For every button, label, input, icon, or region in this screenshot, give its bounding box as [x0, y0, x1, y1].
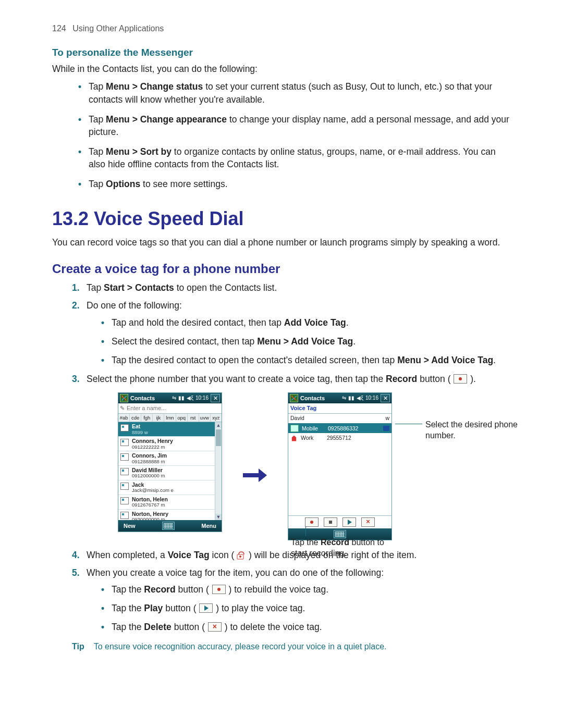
search-placeholder: Enter a name...: [127, 404, 166, 412]
step-5: When you create a voice tag for the item…: [72, 566, 511, 634]
contact-card-icon: [120, 512, 129, 519]
contact-card-icon: [120, 483, 129, 490]
search-input[interactable]: ✎ Enter a name...: [118, 403, 222, 414]
contact-row-selected[interactable]: Eat 8899 w: [118, 422, 222, 437]
callout-select-number: Select the desired phone number.: [425, 419, 519, 441]
contact-card-icon: [120, 453, 129, 461]
contact-card-icon: [120, 424, 129, 431]
softkey-menu[interactable]: Menu: [201, 522, 216, 530]
contact-card-icon: [120, 439, 129, 446]
step-5-bullet: Tap the Record button ( ) to rebuild the…: [101, 583, 511, 596]
create-steps: Tap Start > Contacts to open the Contact…: [52, 281, 511, 633]
close-icon[interactable]: ✕: [211, 394, 220, 402]
contact-row[interactable]: Connors, Jim0912888888 m: [118, 451, 222, 466]
contact-card-icon: [120, 497, 129, 504]
sip-keyboard-icon[interactable]: [162, 522, 175, 530]
contact-row[interactable]: JackJack@misip.com e: [118, 480, 222, 495]
tip-label: Tip: [72, 641, 84, 652]
messenger-bullet: Tap Menu > Sort by to organize contacts …: [78, 145, 511, 170]
contact-row[interactable]: David Miller0912000000 m: [118, 466, 222, 480]
contact-row[interactable]: Norton, Henry0930000000 m: [118, 510, 222, 520]
step-3: Select the phone number that you want to…: [72, 373, 511, 540]
scroll-down-icon[interactable]: ▼: [215, 514, 222, 520]
step-2: Do one of the following: Tap and hold th…: [72, 299, 511, 366]
screenshots-row: Contacts ⇋ ▮▮ ◀ξ 10:16 ✕ ✎ Enter a name.…: [118, 392, 511, 540]
contact-row[interactable]: Norton, Helen0912676767 m: [118, 495, 222, 510]
voicetag-contact-name: David w: [288, 414, 391, 423]
clock-label[interactable]: 10:16: [365, 394, 378, 402]
play-button[interactable]: [342, 517, 356, 527]
scroll-thumb[interactable]: [216, 429, 221, 446]
step-5-bullet: Tap the Delete button ( × ) to delete th…: [101, 621, 511, 633]
page-number: 124: [52, 24, 66, 33]
svg-marker-1: [259, 468, 267, 482]
messenger-heading: To personalize the Messenger: [52, 46, 511, 59]
contacts-listwrap: Eat 8899 w Connors, Henry0912222222 m Co…: [118, 422, 222, 520]
close-icon[interactable]: ✕: [381, 394, 390, 402]
voicetag-screenshot: Contacts ⇋ ▮▮ ◀ξ 10:16 ✕ Voice Tag David…: [288, 392, 392, 540]
recorder-toolbar: [288, 515, 391, 528]
voicetag-row[interactable]: Work 29555712: [288, 433, 391, 442]
record-button[interactable]: [305, 517, 319, 527]
step-5-bullet: Tap the Play button ( ) to play the voic…: [101, 602, 511, 614]
scrollbar[interactable]: ▲ ▼: [215, 422, 222, 520]
volume-icon[interactable]: ◀ξ: [187, 394, 193, 402]
voicetag-flag-icon: [383, 426, 389, 431]
play-icon: [199, 603, 213, 613]
arrow-right-icon: [243, 468, 267, 485]
signal-icon[interactable]: ▮▮: [178, 394, 185, 402]
ppc-titlebar: Contacts ⇋ ▮▮ ◀ξ 10:16 ✕: [118, 393, 222, 403]
messenger-bullet: Tap Menu > Change status to set your cur…: [78, 80, 511, 105]
messenger-bullet: Tap Menu > Change appearance to change y…: [78, 113, 511, 138]
delete-button[interactable]: [361, 517, 375, 527]
mobile-icon: [290, 425, 299, 432]
voicetag-number-list[interactable]: Mobile 0925886332 Work 29555712: [288, 424, 391, 515]
windows-flag-icon[interactable]: [290, 394, 298, 402]
step-2-bullets: Tap and hold the desired contact, then t…: [87, 316, 511, 366]
alpha-tabs[interactable]: #ab cde fgh ijk lmn opq rst uvw xyz: [118, 414, 222, 422]
section-title: 13.2 Voice Speed Dial: [52, 206, 511, 232]
softkey-bar: New Menu: [118, 520, 222, 532]
volume-icon[interactable]: ◀ξ: [357, 394, 363, 402]
contact-row[interactable]: Connors, Henry0912222222 m: [118, 437, 222, 451]
svg-rect-0: [243, 473, 259, 477]
signal-icon[interactable]: ▮▮: [348, 394, 354, 402]
contacts-screenshot: Contacts ⇋ ▮▮ ◀ξ 10:16 ✕ ✎ Enter a name.…: [118, 392, 222, 532]
step-2-bullet: Select the desired contact, then tap Men…: [101, 335, 511, 348]
tip-text: To ensure voice recognition accuracy, pl…: [94, 641, 387, 652]
step-1: Tap Start > Contacts to open the Contact…: [72, 281, 511, 294]
record-icon: [212, 585, 226, 594]
voicetag-icon: [237, 551, 246, 560]
delete-icon: ×: [208, 622, 222, 632]
stop-button[interactable]: [324, 517, 337, 527]
sync-icon[interactable]: ⇋: [172, 394, 176, 402]
step-2-bullet: Tap the desired contact to open the cont…: [101, 354, 511, 366]
document-page: 124 Using Other Applications To personal…: [0, 0, 563, 684]
pencil-icon: ✎: [120, 404, 125, 412]
messenger-bullets: Tap Menu > Change status to set your cur…: [52, 80, 511, 190]
svg-point-3: [239, 556, 241, 558]
step-5-bullets: Tap the Record button ( ) to rebuild the…: [87, 583, 511, 633]
contact-card-icon: [120, 468, 129, 475]
windows-flag-icon[interactable]: [120, 394, 128, 402]
clock-label[interactable]: 10:16: [195, 394, 209, 402]
messenger-bullet: Tap Options to see more settings.: [78, 178, 511, 190]
scroll-up-icon[interactable]: ▲: [215, 422, 222, 428]
sync-icon[interactable]: ⇋: [342, 394, 346, 402]
record-icon: [454, 374, 467, 384]
softkey-new[interactable]: New: [124, 522, 136, 530]
create-heading: Create a voice tag for a phone number: [52, 260, 511, 277]
voicetag-heading: Voice Tag: [288, 403, 391, 414]
vsd-intro: You can record voice tags so that you ca…: [52, 236, 511, 249]
step-2-bullet: Tap and hold the desired contact, then t…: [101, 316, 511, 329]
running-head: 124 Using Other Applications: [52, 23, 511, 34]
window-title: Contacts: [130, 394, 170, 402]
contacts-list[interactable]: Eat 8899 w Connors, Henry0912222222 m Co…: [118, 422, 222, 520]
work-icon: [290, 435, 298, 441]
tip-row: Tip To ensure voice recognition accuracy…: [72, 641, 511, 652]
voicetag-row-selected[interactable]: Mobile 0925886332: [288, 424, 391, 433]
messenger-intro: While in the Contacts list, you can do t…: [52, 63, 511, 75]
step-4: When completed, a Voice Tag icon ( ) wil…: [72, 549, 511, 561]
chapter-title: Using Other Applications: [72, 24, 164, 33]
window-title: Contacts: [300, 394, 340, 402]
